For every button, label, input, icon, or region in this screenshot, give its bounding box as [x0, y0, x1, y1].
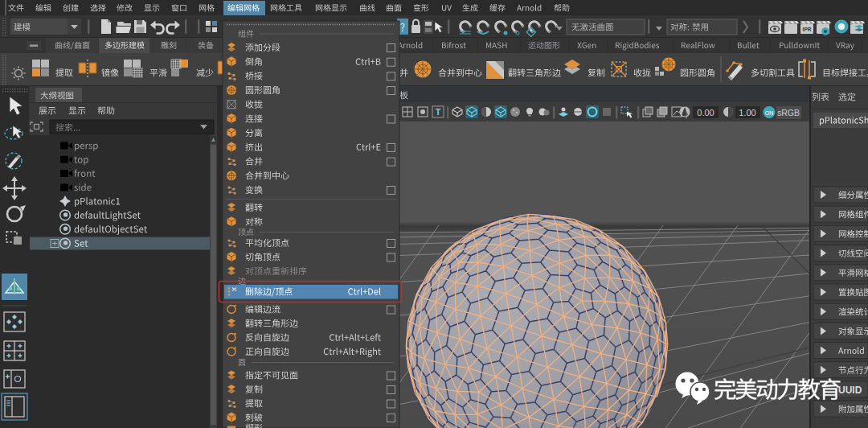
- svg-text:T: T: [436, 107, 441, 117]
- svg-text:1.00: 1.00: [739, 108, 755, 117]
- svg-text:IPR: IPR: [803, 27, 812, 32]
- svg-text:sRGB: sRGB: [777, 108, 800, 117]
- svg-text:ON: ON: [765, 110, 774, 116]
- svg-text:UUID: UUID: [838, 385, 862, 396]
- svg-text:0.00: 0.00: [697, 108, 714, 117]
